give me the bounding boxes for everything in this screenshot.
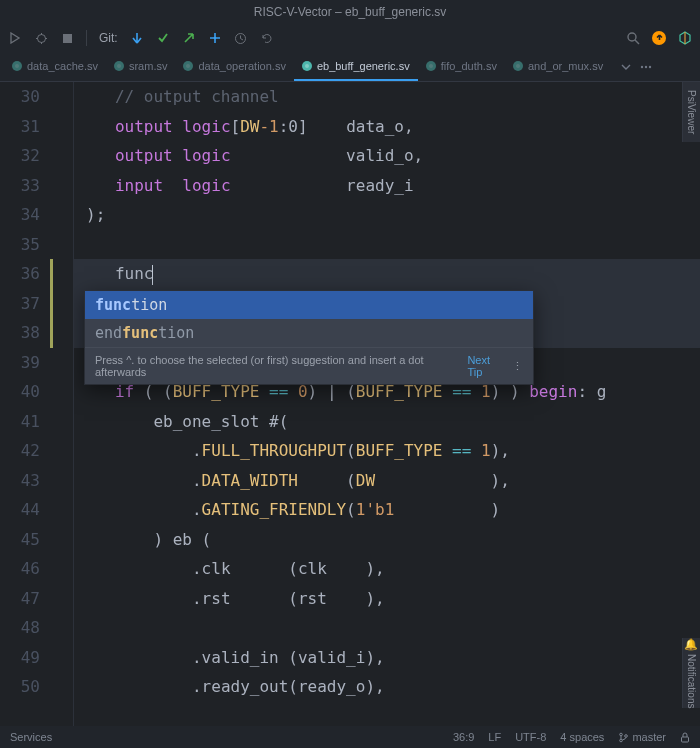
svg-point-8 [620,733,623,736]
sv-file-icon [12,61,22,71]
git-push-icon[interactable] [182,31,196,45]
sv-file-icon [183,61,193,71]
ide-logo-icon[interactable] [678,31,692,45]
status-bar: Services 36:9 LF UTF-8 4 spaces master [0,726,700,748]
bell-icon: 🔔 [685,637,698,650]
line-number-gutter: 3031323334353637383940414243444546474849… [0,82,50,726]
autocomplete-menu-icon[interactable]: ⋮ [512,360,523,373]
svg-point-4 [628,33,636,41]
autocomplete-hint: Press ^. to choose the selected (or firs… [85,347,533,384]
change-marker [50,259,53,348]
tool-window-notifications[interactable]: 🔔 Notifications [682,638,700,708]
main-toolbar: Git: [0,24,700,52]
next-tip-link[interactable]: Next Tip [467,354,506,378]
svg-point-9 [620,739,623,742]
history-icon[interactable] [234,31,248,45]
svg-rect-11 [682,737,689,742]
autocomplete-popup: function endfunction Press ^. to choose … [84,290,534,385]
autocomplete-item[interactable]: function [85,291,533,319]
svg-point-7 [649,65,651,67]
git-update-icon[interactable] [130,31,144,45]
stop-icon[interactable] [60,31,74,45]
update-available-icon[interactable] [652,31,666,45]
code-area[interactable]: // output channel output logic[DW-1:0] d… [74,82,700,726]
sv-file-icon [302,61,312,71]
readonly-lock-icon[interactable] [680,732,690,743]
tab-options-icon[interactable] [639,60,653,74]
svg-rect-1 [63,34,72,43]
line-separator[interactable]: LF [488,731,501,743]
toolbar-divider [86,30,87,46]
tab-data-operation[interactable]: data_operation.sv [175,52,293,81]
svg-point-0 [37,34,45,42]
git-branch-icon[interactable] [208,31,222,45]
indent-setting[interactable]: 4 spaces [560,731,604,743]
folding-gutter [50,82,74,726]
tab-fifo-duth[interactable]: fifo_duth.sv [418,52,505,81]
caret-position[interactable]: 36:9 [453,731,474,743]
editor-tab-bar: data_cache.sv sram.sv data_operation.sv … [0,52,700,82]
sv-file-icon [426,61,436,71]
window-title: RISC-V-Vector – eb_buff_generic.sv [0,0,700,24]
svg-point-5 [641,65,643,67]
inspections-gutter: ✓ [686,82,700,726]
more-tabs-icon[interactable] [619,60,633,74]
file-encoding[interactable]: UTF-8 [515,731,546,743]
tab-sram[interactable]: sram.sv [106,52,176,81]
autocomplete-item[interactable]: endfunction [85,319,533,347]
code-editor[interactable]: 3031323334353637383940414243444546474849… [0,82,700,726]
run-icon[interactable] [8,31,22,45]
svg-point-10 [625,734,628,737]
tab-and-or-mux[interactable]: and_or_mux.sv [505,52,611,81]
branch-icon [618,732,629,743]
sv-file-icon [114,61,124,71]
debug-icon[interactable] [34,31,48,45]
svg-point-6 [645,65,647,67]
rollback-icon[interactable] [260,31,274,45]
status-services[interactable]: Services [10,731,453,743]
text-caret [152,265,153,285]
tab-data-cache[interactable]: data_cache.sv [4,52,106,81]
search-icon[interactable] [626,31,640,45]
tab-eb-buff-generic[interactable]: eb_buff_generic.sv [294,52,418,81]
git-branch-status[interactable]: master [618,731,666,743]
sv-file-icon [513,61,523,71]
git-commit-icon[interactable] [156,31,170,45]
git-label: Git: [99,31,118,45]
tool-window-psiviewer[interactable]: PsiViewer [682,82,700,142]
svg-point-2 [213,37,216,40]
